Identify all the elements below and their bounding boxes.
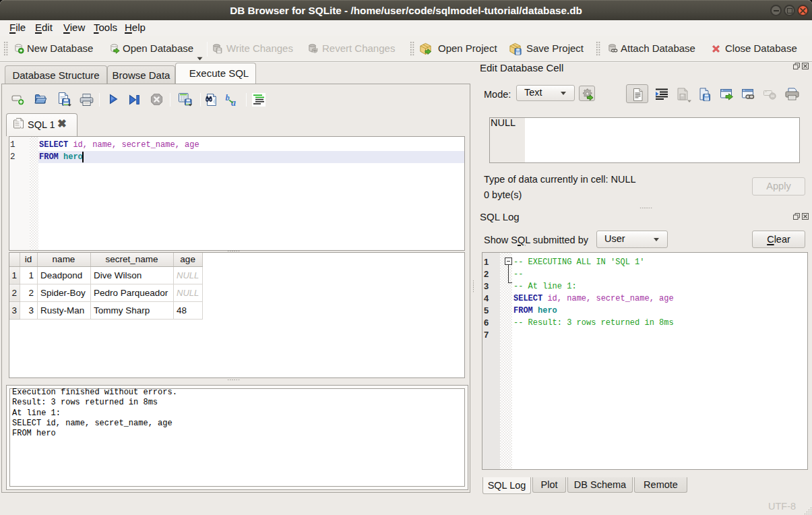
svg-text:b: b [226,93,230,102]
